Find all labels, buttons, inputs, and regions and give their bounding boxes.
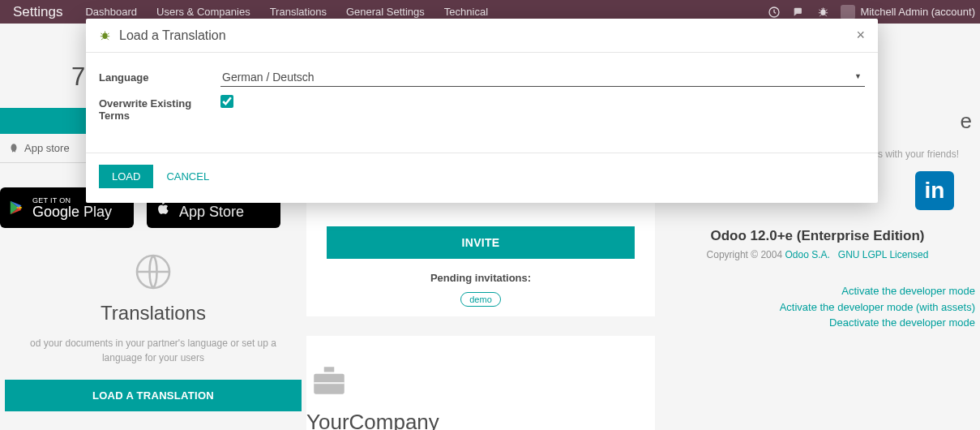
svg-point-4 [102,32,107,39]
briefcase-icon [306,360,352,401]
linkedin-icon: in [925,178,945,204]
load-translation-modal: Load a Translation × Language German / D… [86,19,878,203]
chevron-down-icon[interactable]: ▼ [854,72,862,80]
debug-icon[interactable] [816,6,829,19]
close-icon[interactable]: × [856,27,865,44]
google-play-big: Google Play [32,204,112,219]
language-select[interactable]: German / Deutsch [220,69,865,87]
avatar [841,5,855,19]
cancel-button[interactable]: CANCEL [166,170,209,183]
discuss-icon[interactable] [792,6,805,19]
modal-title: Load a Translation [119,28,226,43]
translations-title: Translations [5,302,302,325]
lgpl-link[interactable]: GNU LGPL Licensed [838,249,929,260]
company-title: YourCompany [306,410,655,430]
edition-text: Odoo 12.0+e (Enterprise Edition) [655,228,980,244]
google-play-icon [8,198,26,217]
rocket-icon [8,143,19,154]
pending-pill[interactable]: demo [460,292,501,307]
copyright-prefix: Copyright © 2004 [707,249,785,260]
load-translation-button[interactable]: LOAD A TRANSLATION [5,380,302,411]
pending-label: Pending invitations: [306,259,655,292]
brand: Settings [0,4,75,20]
bug-icon [99,29,111,41]
app-store-label: App store [24,142,70,154]
invite-button[interactable]: INVITE [327,226,635,259]
app-store-big: App Store [179,204,244,219]
linkedin-share[interactable]: in [915,171,954,210]
overwrite-checkbox[interactable] [220,95,233,108]
activate-dev-assets-link[interactable]: Activate the developer mode (with assets… [655,299,975,316]
copyright: Copyright © 2004 Odoo S.A. GNU LGPL Lice… [655,249,980,260]
globe-icon [134,252,173,291]
deactivate-dev-link[interactable]: Deactivate the developer mode [655,315,975,331]
svg-rect-3 [314,382,344,384]
overwrite-label: Overwrite Existing Terms [99,95,220,122]
user-menu[interactable]: Mitchell Admin (account) [841,5,975,19]
load-button[interactable]: LOAD [99,165,153,188]
odoo-link[interactable]: Odoo S.A. [785,249,829,260]
language-label: Language [99,69,220,84]
activities-icon[interactable] [768,6,781,19]
translations-sub: od your documents in your partner's lang… [5,336,302,365]
activate-dev-link[interactable]: Activate the developer mode [655,283,975,299]
user-name: Mitchell Admin (account) [860,6,975,18]
svg-point-1 [820,9,825,15]
